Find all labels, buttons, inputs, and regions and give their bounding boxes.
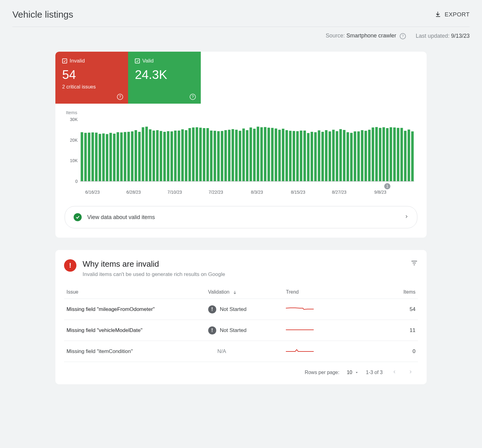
svg-rect-73 — [325, 130, 327, 181]
view-valid-items-label: View data about valid items — [87, 214, 155, 221]
sparkline — [286, 326, 314, 333]
svg-rect-79 — [346, 132, 349, 181]
svg-rect-62 — [286, 130, 288, 181]
svg-rect-51 — [246, 130, 248, 181]
issue-cell: Missing field "vehicleModelDate" — [64, 320, 206, 341]
svg-rect-58 — [271, 128, 273, 181]
svg-text:8/3/23: 8/3/23 — [251, 190, 263, 195]
svg-marker-113 — [356, 372, 358, 373]
col-issue[interactable]: Issue — [64, 286, 206, 299]
svg-rect-31 — [174, 131, 177, 181]
bar-chart[interactable]: 010K20K30K6/16/236/28/237/10/237/22/238/… — [65, 116, 417, 197]
export-label: EXPORT — [445, 11, 470, 18]
svg-rect-93 — [397, 128, 399, 181]
svg-rect-10 — [99, 134, 101, 181]
issues-subtitle: Invalid items can't be used to generate … — [83, 271, 225, 278]
help-icon[interactable]: ? — [117, 94, 123, 100]
sparkline — [286, 347, 314, 354]
source-label: Source: — [326, 32, 346, 39]
svg-rect-25 — [153, 131, 155, 181]
updated-info: Last updated: 9/13/23 — [416, 33, 470, 39]
filter-icon — [411, 259, 418, 267]
trend-cell — [283, 320, 361, 341]
svg-rect-55 — [260, 127, 263, 181]
svg-rect-59 — [275, 128, 277, 181]
svg-text:9/8/23: 9/8/23 — [374, 190, 386, 195]
next-page-button[interactable] — [406, 368, 415, 377]
svg-rect-35 — [188, 128, 191, 181]
svg-rect-94 — [400, 128, 403, 181]
svg-rect-7 — [88, 133, 90, 181]
rows-per-page-label: Rows per page: — [305, 370, 339, 375]
chevron-left-icon — [393, 369, 396, 375]
page-title: Vehicle listings — [12, 9, 73, 20]
svg-rect-18 — [127, 132, 130, 181]
svg-rect-97 — [411, 131, 414, 181]
tile-invalid[interactable]: Invalid 54 2 critical issues ? — [55, 52, 128, 104]
svg-text:7/22/23: 7/22/23 — [209, 190, 223, 195]
tile-invalid-count: 54 — [62, 68, 121, 82]
help-icon[interactable]: ? — [400, 33, 406, 39]
svg-rect-47 — [231, 129, 234, 181]
svg-rect-87 — [375, 127, 378, 181]
table-row[interactable]: Missing field "itemCondition"N/A0 — [64, 341, 418, 362]
svg-rect-44 — [221, 131, 223, 181]
svg-rect-43 — [217, 131, 220, 181]
help-icon[interactable]: ? — [190, 94, 196, 100]
svg-text:1: 1 — [386, 184, 388, 188]
error-icon: ! — [64, 259, 76, 272]
issues-card: ! Why items are invalid Invalid items ca… — [55, 250, 427, 384]
col-items[interactable]: Items — [361, 286, 418, 299]
source-value: Smartphone crawler — [346, 32, 396, 39]
svg-rect-45 — [224, 130, 227, 181]
svg-rect-33 — [181, 129, 184, 181]
svg-rect-32 — [178, 131, 180, 181]
svg-rect-38 — [199, 128, 202, 181]
svg-rect-89 — [382, 127, 385, 181]
tile-invalid-sub: 2 critical issues — [62, 84, 121, 90]
updated-label: Last updated: — [416, 33, 451, 39]
svg-rect-54 — [257, 127, 259, 181]
view-valid-items-link[interactable]: View data about valid items — [65, 206, 417, 228]
table-row[interactable]: Missing field "vehicleModelDate"!Not Sta… — [64, 320, 418, 341]
svg-rect-20 — [135, 130, 137, 181]
chart-area: Items 010K20K30K6/16/236/28/237/10/237/2… — [55, 104, 427, 200]
rows-per-page-select[interactable]: 10 — [347, 370, 359, 375]
table-row[interactable]: Missing field "mileageFromOdometer"!Not … — [64, 299, 418, 320]
svg-text:0: 0 — [75, 179, 78, 184]
issue-cell: Missing field "mileageFromOdometer" — [64, 299, 206, 320]
col-trend[interactable]: Trend — [283, 286, 361, 299]
svg-rect-24 — [149, 129, 151, 181]
tile-valid-count: 24.3K — [135, 68, 194, 82]
issues-title: Why items are invalid — [83, 259, 225, 269]
svg-rect-29 — [167, 131, 169, 181]
svg-rect-17 — [124, 132, 126, 181]
svg-rect-5 — [81, 132, 83, 181]
validation-cell: N/A — [206, 341, 284, 362]
svg-rect-96 — [408, 130, 410, 181]
svg-rect-23 — [145, 127, 148, 181]
svg-rect-60 — [278, 130, 281, 181]
prev-page-button[interactable] — [390, 368, 399, 377]
svg-rect-67 — [303, 131, 306, 181]
svg-rect-83 — [361, 130, 364, 181]
svg-rect-78 — [343, 130, 345, 181]
svg-rect-46 — [228, 130, 230, 181]
error-icon: ! — [208, 326, 216, 334]
filter-button[interactable] — [411, 259, 418, 268]
svg-rect-37 — [196, 127, 198, 181]
svg-rect-49 — [239, 131, 241, 181]
items-cell: 11 — [361, 320, 418, 341]
export-button[interactable]: EXPORT — [435, 11, 470, 18]
svg-text:10K: 10K — [70, 158, 78, 163]
svg-rect-50 — [242, 128, 245, 181]
col-validation[interactable]: Validation — [206, 286, 284, 299]
svg-text:20K: 20K — [70, 138, 78, 143]
svg-rect-61 — [282, 129, 284, 181]
svg-rect-8 — [92, 132, 94, 181]
validation-cell: !Not Started — [206, 320, 284, 341]
svg-rect-57 — [268, 128, 270, 181]
svg-rect-72 — [321, 132, 324, 181]
tile-valid[interactable]: Valid 24.3K ? — [128, 52, 201, 104]
svg-rect-95 — [404, 131, 407, 181]
